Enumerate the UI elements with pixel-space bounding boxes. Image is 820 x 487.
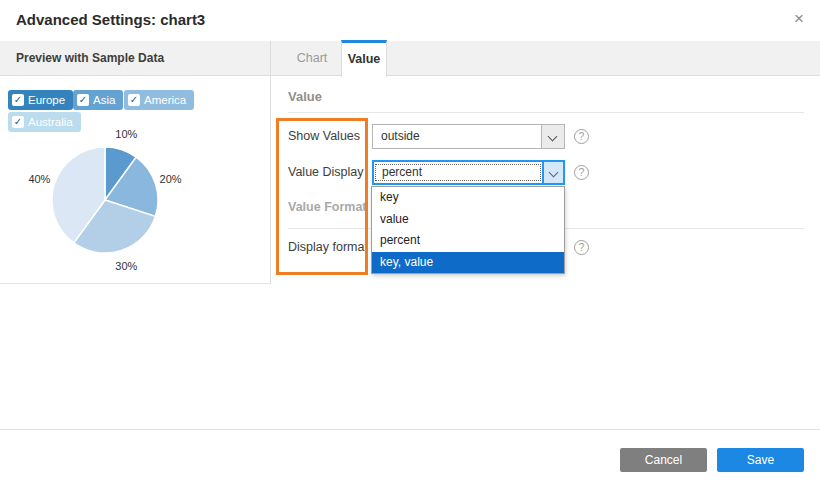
value-display-selected: percent [374,162,542,183]
pie-slice-label: 20% [160,173,182,185]
option-percent[interactable]: percent [372,230,564,252]
subsection-title-value-format: Value Format [288,200,367,214]
option-key[interactable]: key [372,187,564,209]
legend-item-america[interactable]: ✓ America [124,90,194,110]
tab-chart[interactable]: Chart [283,41,341,75]
pie-slice-label: 40% [28,173,50,185]
show-values-select[interactable]: outside [372,124,565,149]
label-show-values: Show Values [288,129,360,143]
close-icon[interactable]: × [788,8,810,30]
checkbox-checked-icon[interactable]: ✓ [77,94,89,106]
value-display-option-list: key value percent key, value [371,186,565,274]
legend-label: Europe [28,90,65,110]
help-icon[interactable]: ? [574,165,589,180]
label-display-format: Display format [288,240,368,254]
dialog-header: Advanced Settings: chart3 × [0,0,820,41]
chevron-down-icon [549,168,559,178]
pie-slice-label: 30% [115,260,137,272]
legend-label: Asia [93,90,115,110]
panel-divider-vertical [270,41,271,284]
preview-header: Preview with Sample Data [16,51,164,65]
checkbox-checked-icon[interactable]: ✓ [128,94,140,106]
section-title-value: Value [288,89,322,104]
chevron-down-icon [548,132,558,142]
checkbox-checked-icon[interactable]: ✓ [12,94,24,106]
value-display-select-arrow[interactable] [542,162,563,183]
label-value-display: Value Display [288,165,364,179]
show-values-selected: outside [373,125,541,148]
tab-value[interactable]: Value [341,40,387,77]
option-key-value[interactable]: key, value [372,252,564,274]
legend-item-asia[interactable]: ✓ Asia [73,90,123,110]
show-values-select-arrow[interactable] [541,125,564,148]
save-button[interactable]: Save [717,448,804,472]
legend-label: America [144,90,186,110]
section-divider [288,112,804,113]
value-display-select[interactable]: percent [372,160,565,185]
pie-slice-label: 10% [115,128,137,140]
focus-outline [375,164,541,181]
footer-divider [0,429,820,430]
help-icon[interactable]: ? [574,129,589,144]
cancel-button[interactable]: Cancel [620,448,707,472]
help-icon[interactable]: ? [574,240,589,255]
pie-chart: 10%20%30%40% [20,120,200,285]
dialog-title: Advanced Settings: chart3 [16,11,205,28]
option-value[interactable]: value [372,209,564,231]
legend-item-europe[interactable]: ✓ Europe [8,90,73,110]
